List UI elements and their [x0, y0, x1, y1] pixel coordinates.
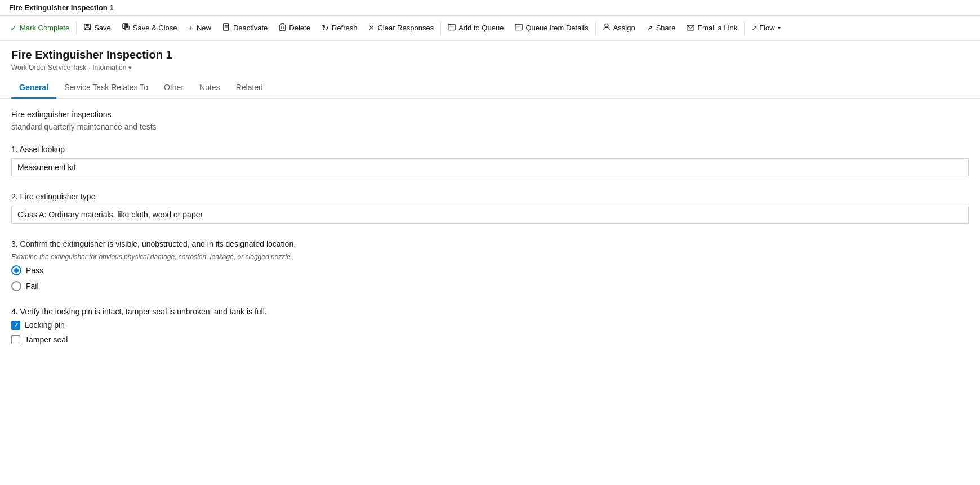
new-button[interactable]: + New — [183, 19, 217, 38]
window-title: Fire Extinguisher Inspection 1 — [9, 3, 114, 12]
delete-button[interactable]: Delete — [273, 19, 316, 37]
radio-pass-circle — [11, 265, 21, 275]
add-to-queue-button[interactable]: Add to Queue — [442, 19, 509, 37]
question-1: 1. Asset lookup — [11, 145, 969, 176]
question-2-input[interactable] — [11, 206, 969, 224]
check-icon: ✓ — [10, 24, 17, 33]
flow-dropdown-icon: ▾ — [778, 25, 781, 31]
radio-fail[interactable]: Fail — [11, 281, 969, 291]
clear-responses-button[interactable]: ✕ Clear Responses — [363, 19, 439, 37]
flow-icon: ↗ — [751, 24, 758, 32]
breadcrumb-part2[interactable]: Information — [92, 64, 126, 72]
question-3-sublabel: Examine the extinguisher for obvious phy… — [11, 253, 969, 261]
checkbox-locking-pin-box — [11, 321, 20, 330]
assign-icon — [603, 23, 611, 33]
form-description: Fire extinguisher inspections — [11, 110, 969, 119]
separator-1 — [76, 21, 77, 35]
question-4: 4. Verify the locking pin is intact, tam… — [11, 307, 969, 344]
question-1-label: 1. Asset lookup — [11, 145, 969, 154]
tab-other[interactable]: Other — [156, 77, 191, 99]
tab-related[interactable]: Related — [228, 77, 271, 99]
refresh-icon: ↻ — [322, 23, 329, 33]
save-close-button[interactable]: Save & Close — [117, 19, 183, 37]
page-title: Fire Extinguisher Inspection 1 — [11, 48, 969, 61]
assign-button[interactable]: Assign — [597, 19, 641, 37]
question-3: 3. Confirm the extinguisher is visible, … — [11, 239, 969, 291]
delete-icon — [279, 23, 286, 33]
radio-pass[interactable]: Pass — [11, 265, 969, 275]
svg-rect-11 — [280, 25, 286, 31]
breadcrumb: Work Order Service Task · Information ▾ — [11, 64, 969, 72]
deactivate-icon — [222, 23, 230, 33]
save-icon — [83, 23, 91, 33]
breadcrumb-part1[interactable]: Work Order Service Task — [11, 64, 86, 72]
form-content: Fire extinguisher inspections standard q… — [0, 99, 980, 371]
queue-icon — [448, 24, 456, 33]
question-4-label: 4. Verify the locking pin is intact, tam… — [11, 307, 969, 316]
form-subdescription: standard quarterly maintenance and tests — [11, 122, 969, 131]
question-2-label: 2. Fire extinguisher type — [11, 192, 969, 201]
question-2: 2. Fire extinguisher type — [11, 192, 969, 224]
share-icon: ↗ — [647, 24, 653, 33]
checkbox-tamper-seal[interactable]: Tamper seal — [11, 335, 969, 344]
page-header: Fire Extinguisher Inspection 1 Work Orde… — [0, 41, 980, 72]
queue-item-details-button[interactable]: Queue Item Details — [509, 19, 594, 37]
svg-rect-16 — [448, 24, 455, 30]
svg-rect-13 — [281, 24, 284, 25]
tab-service-task-relates-to[interactable]: Service Task Relates To — [56, 77, 156, 99]
question-1-input[interactable] — [11, 158, 969, 176]
checkbox-tamper-seal-box — [11, 335, 20, 344]
email-link-button[interactable]: Email a Link — [681, 19, 743, 37]
mark-complete-button[interactable]: ✓ Mark Complete — [5, 19, 75, 37]
svg-rect-19 — [515, 24, 522, 30]
tab-notes[interactable]: Notes — [191, 77, 228, 99]
share-button[interactable]: ↗ Share — [641, 19, 681, 37]
flow-button[interactable]: ↗ Flow ▾ — [746, 19, 786, 37]
separator-3 — [595, 21, 596, 35]
breadcrumb-dropdown-icon[interactable]: ▾ — [128, 64, 132, 72]
question-4-checkbox-group: Locking pin Tamper seal — [11, 321, 969, 344]
separator-4 — [744, 21, 745, 35]
svg-rect-7 — [126, 26, 128, 28]
new-icon: + — [189, 23, 194, 33]
checkbox-locking-pin[interactable]: Locking pin — [11, 321, 969, 330]
tab-bar: General Service Task Relates To Other No… — [0, 77, 980, 99]
clear-icon: ✕ — [368, 24, 375, 32]
question-3-radio-group: Pass Fail — [11, 265, 969, 291]
deactivate-button[interactable]: Deactivate — [217, 19, 273, 37]
radio-fail-circle — [11, 281, 21, 291]
save-button[interactable]: Save — [78, 19, 117, 37]
title-bar: Fire Extinguisher Inspection 1 — [0, 0, 980, 16]
separator-2 — [440, 21, 441, 35]
svg-rect-4 — [124, 24, 127, 26]
breadcrumb-separator: · — [88, 64, 90, 72]
refresh-button[interactable]: ↻ Refresh — [316, 19, 363, 38]
queue-details-icon — [515, 24, 523, 33]
save-close-icon — [122, 23, 130, 33]
email-icon — [687, 24, 694, 33]
question-3-label: 3. Confirm the extinguisher is visible, … — [11, 239, 969, 248]
tab-general[interactable]: General — [11, 77, 56, 99]
toolbar: ✓ Mark Complete Save Save & Close + New … — [0, 16, 980, 41]
svg-rect-1 — [86, 24, 89, 26]
